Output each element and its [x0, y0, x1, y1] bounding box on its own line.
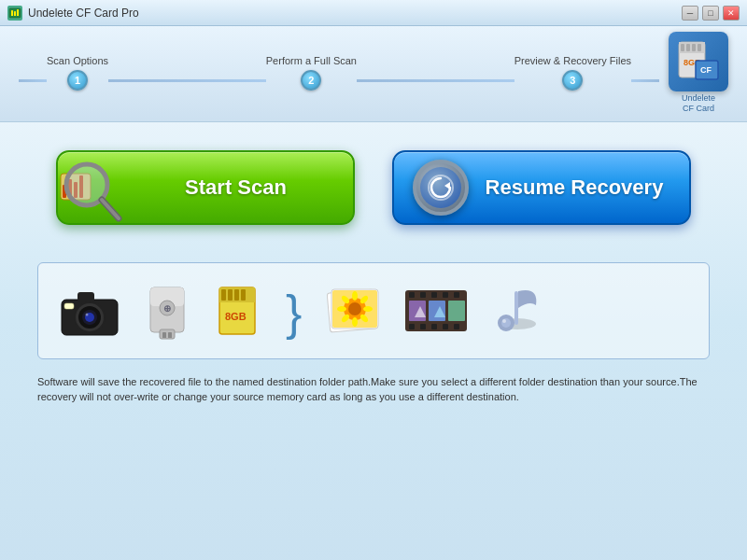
resume-recovery-button[interactable]: Resume Recovery — [392, 150, 691, 225]
film-icon — [403, 283, 469, 343]
logo-image: 8GB CF — [675, 35, 722, 89]
app-logo: 8GB CF Undelete CF Card — [669, 32, 728, 114]
svg-point-28 — [86, 313, 89, 315]
step-bar: Scan Options 1 Perform a Full Scan 2 Pre… — [0, 26, 747, 122]
music-icon — [487, 282, 548, 343]
svg-rect-70 — [429, 301, 445, 321]
step-1: Scan Options 1 — [47, 55, 108, 91]
resume-icon — [413, 160, 469, 216]
svg-rect-3 — [17, 9, 19, 16]
svg-rect-42 — [234, 289, 239, 301]
svg-rect-69 — [409, 301, 426, 321]
start-scan-label: Start Scan — [137, 175, 334, 200]
svg-point-49 — [348, 302, 361, 315]
svg-rect-61 — [431, 292, 437, 298]
svg-point-51 — [352, 317, 358, 327]
window-controls: ─ □ ✕ — [682, 6, 740, 21]
main-content: Start Scan Resume Recovery — [0, 122, 747, 560]
svg-point-76 — [501, 318, 511, 328]
svg-rect-59 — [409, 292, 415, 298]
action-buttons: Start Scan Resume Recovery — [37, 150, 710, 225]
svg-rect-64 — [409, 324, 415, 329]
svg-rect-30 — [64, 303, 74, 309]
svg-rect-8 — [692, 44, 696, 51]
svg-rect-71 — [448, 301, 465, 321]
svg-rect-35 — [160, 329, 175, 339]
info-text: Software will save the recovered file to… — [37, 374, 710, 405]
svg-point-78 — [502, 319, 506, 323]
brace-separator: } — [286, 288, 302, 337]
svg-rect-43 — [241, 289, 246, 301]
svg-rect-68 — [454, 324, 459, 329]
close-button[interactable]: ✕ — [723, 6, 740, 21]
svg-rect-41 — [228, 289, 233, 301]
svg-rect-36 — [162, 332, 166, 338]
svg-rect-2 — [14, 11, 16, 16]
resume-recovery-label: Resume Recovery — [478, 175, 670, 200]
step-2-label: Perform a Full Scan — [266, 55, 357, 66]
svg-rect-6 — [681, 44, 684, 51]
svg-marker-22 — [444, 182, 450, 189]
app-title: Undelete CF Card Pro — [28, 7, 682, 20]
minimize-button[interactable]: ─ — [682, 6, 698, 21]
photos-icon — [324, 284, 385, 342]
step-2: Perform a Full Scan 2 — [266, 55, 357, 91]
file-types-box: ⊕ 8GB } — [37, 262, 710, 359]
start-scan-button[interactable]: Start Scan — [56, 150, 355, 225]
svg-text:8GB: 8GB — [225, 311, 247, 322]
step-1-label: Scan Options — [47, 55, 108, 66]
svg-point-52 — [337, 306, 346, 312]
svg-rect-66 — [431, 324, 437, 329]
svg-rect-7 — [686, 44, 690, 51]
camera-icon — [57, 283, 122, 343]
usb-drive-icon: ⊕ — [141, 278, 193, 347]
svg-rect-77 — [514, 291, 518, 325]
step-3: Preview & Recovery Files 3 — [514, 55, 631, 91]
title-bar: Undelete CF Card Pro ─ □ ✕ — [0, 0, 747, 26]
svg-text:⊕: ⊕ — [163, 303, 171, 314]
svg-rect-62 — [443, 292, 448, 298]
svg-rect-9 — [698, 44, 701, 51]
svg-point-53 — [363, 306, 373, 312]
step-2-circle: 2 — [301, 70, 321, 91]
svg-point-50 — [352, 291, 358, 301]
svg-text:CF: CF — [700, 65, 712, 75]
step-3-label: Preview & Recovery Files — [514, 55, 631, 66]
app-icon — [7, 6, 22, 21]
svg-line-20 — [102, 200, 119, 218]
svg-rect-65 — [420, 324, 426, 329]
step-1-circle: 1 — [67, 70, 88, 91]
svg-rect-1 — [11, 10, 13, 16]
svg-rect-29 — [78, 292, 94, 301]
step-3-circle: 3 — [562, 70, 583, 91]
scan-icon — [53, 155, 128, 230]
svg-rect-37 — [168, 332, 172, 338]
maximize-button[interactable]: □ — [702, 6, 719, 21]
sd-card-icon: 8GB — [212, 283, 263, 343]
svg-rect-40 — [221, 289, 226, 301]
svg-rect-67 — [443, 324, 448, 329]
svg-rect-63 — [454, 292, 459, 298]
svg-rect-60 — [420, 292, 426, 298]
